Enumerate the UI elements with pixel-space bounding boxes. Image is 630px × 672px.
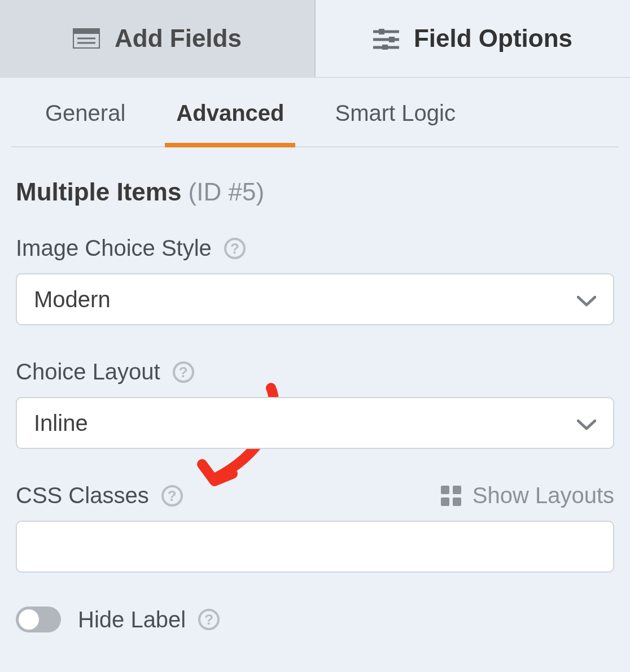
sub-tabs: General Advanced Smart Logic — [11, 78, 619, 147]
top-tabs: Add Fields Field Options — [0, 0, 630, 78]
css-classes-input[interactable] — [16, 521, 614, 573]
choice-layout-block: Choice Layout ? Inline — [16, 359, 614, 449]
image-choice-style-select[interactable]: Modern — [16, 273, 614, 325]
svg-rect-9 — [382, 45, 388, 50]
section-title-text: Multiple Items — [16, 178, 181, 206]
tab-field-options-label: Field Options — [414, 24, 572, 53]
svg-rect-5 — [379, 29, 384, 34]
hide-label-toggle[interactable] — [16, 606, 61, 632]
subtab-advanced[interactable]: Advanced — [165, 97, 295, 147]
hide-label-text: Hide Label — [78, 607, 186, 632]
tab-add-fields-label: Add Fields — [115, 24, 242, 53]
chevron-down-icon — [577, 411, 596, 436]
css-classes-block: CSS Classes ? Show Layouts — [16, 483, 614, 573]
image-choice-style-value: Modern — [34, 287, 111, 312]
svg-rect-13 — [453, 498, 461, 506]
section-id: (ID #5) — [189, 178, 264, 206]
help-icon[interactable]: ? — [161, 485, 183, 507]
sliders-icon — [373, 27, 399, 50]
choice-layout-select[interactable]: Inline — [16, 397, 614, 449]
image-choice-style-label: Image Choice Style — [16, 235, 212, 261]
svg-rect-11 — [453, 486, 461, 494]
hide-label-row: Hide Label ? — [16, 606, 614, 632]
list-icon — [73, 28, 100, 49]
svg-rect-7 — [389, 37, 395, 42]
help-icon[interactable]: ? — [224, 238, 246, 259]
tab-add-fields[interactable]: Add Fields — [0, 0, 316, 77]
svg-rect-12 — [441, 498, 449, 506]
css-classes-label: CSS Classes — [16, 483, 149, 508]
help-icon[interactable]: ? — [173, 361, 194, 383]
show-layouts-button[interactable]: Show Layouts — [441, 483, 614, 508]
choice-layout-label: Choice Layout — [16, 359, 160, 385]
subtab-general[interactable]: General — [34, 97, 137, 146]
chevron-down-icon — [577, 287, 596, 312]
section-title: Multiple Items (ID #5) — [16, 178, 614, 206]
choice-layout-value: Inline — [34, 411, 88, 436]
content-pane: Multiple Items (ID #5) Image Choice Styl… — [0, 147, 630, 632]
show-layouts-label: Show Layouts — [473, 483, 614, 508]
toggle-knob — [19, 609, 39, 630]
subtab-smart-logic[interactable]: Smart Logic — [323, 97, 466, 146]
tab-field-options[interactable]: Field Options — [316, 0, 630, 77]
help-icon[interactable]: ? — [198, 609, 220, 630]
image-choice-style-block: Image Choice Style ? Modern — [16, 235, 614, 325]
svg-rect-1 — [73, 28, 100, 34]
svg-rect-10 — [441, 486, 449, 494]
grid-icon — [441, 486, 461, 506]
